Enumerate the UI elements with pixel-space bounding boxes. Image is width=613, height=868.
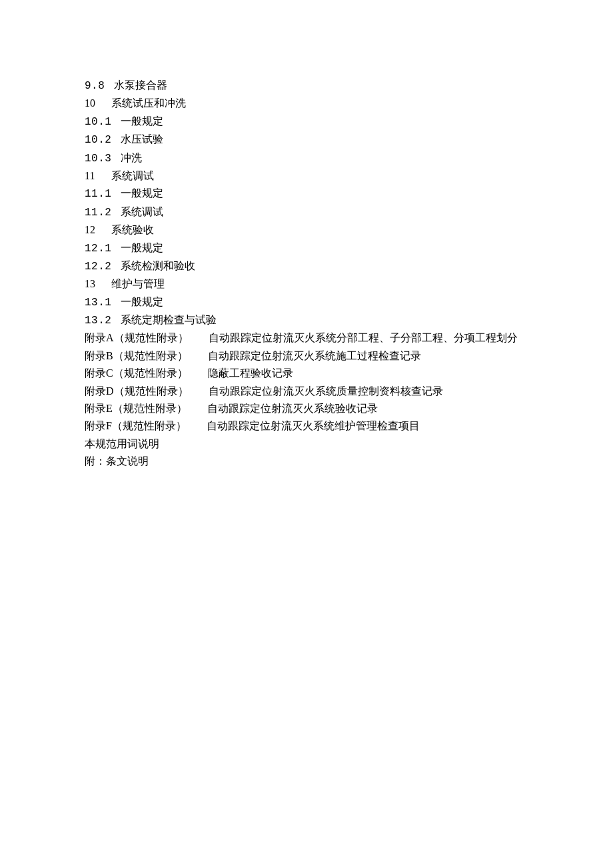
toc-title: 一般规定: [121, 242, 163, 253]
toc-title: 冲洗: [121, 152, 142, 163]
toc-entry-13-2: 13.2系统定期检查与试验: [85, 311, 613, 329]
toc-num: 13.2: [85, 312, 111, 329]
toc-entry-appendix-e: 附录E（规范性附录）自动跟踪定位射流灭火系统验收记录: [85, 400, 613, 417]
toc-title: 维护与管理: [111, 278, 165, 289]
appendix-hint: （规范性附录）: [113, 347, 188, 365]
appendix-title: 自动跟踪定位射流灭火系统验收记录: [207, 403, 378, 414]
toc-num: 10.3: [85, 150, 111, 167]
toc-num: 12: [85, 221, 103, 239]
toc-entry-appendix-c: 附录C（规范性附录）隐蔽工程验收记录: [85, 365, 613, 382]
toc-entry-appendix-a: 附录A（规范性附录）自动跟踪定位射流灭火系统分部工程、子分部工程、分项工程划分: [85, 329, 613, 347]
appendix-hint: （规范性附录）: [113, 365, 188, 382]
toc-entry-11-2: 11.2系统调试: [85, 203, 613, 221]
toc-entry-12-2: 12.2系统检测和验收: [85, 257, 613, 275]
toc-title: 系统检测和验收: [121, 260, 195, 271]
toc-entry-9-8: 9.8水泵接合器: [85, 77, 613, 95]
appendix-hint: （规范性附录）: [114, 329, 189, 347]
toc-num: 10.1: [85, 113, 111, 131]
toc-num: 10.2: [85, 131, 111, 149]
toc-entry-13: 13维护与管理: [85, 275, 613, 293]
toc-entry-12: 12系统验收: [85, 221, 613, 239]
toc-title: 水泵接合器: [114, 79, 167, 91]
appendix-title: 自动跟踪定位射流灭火系统施工过程检查记录: [208, 350, 421, 361]
appendix-title: 自动跟踪定位射流灭火系统分部工程、子分部工程、分项工程划分: [209, 332, 518, 343]
toc-entry-10: 10系统试压和冲洗: [85, 95, 613, 112]
toc-title: 水压试验: [121, 133, 163, 145]
appendix-hint: （规范性附录）: [112, 417, 187, 435]
toc-title: 一般规定: [121, 187, 163, 199]
toc-num: 9.8: [85, 77, 105, 95]
toc-entry-appendix-f: 附录F（规范性附录）自动跟踪定位射流灭火系统维护管理检查项目: [85, 417, 613, 435]
toc-title: 一般规定: [121, 115, 163, 127]
appendix-hint: （规范性附录）: [114, 383, 189, 400]
toc-title: 系统验收: [111, 224, 154, 235]
toc-entry-10-2: 10.2水压试验: [85, 131, 613, 149]
appendix-title: 隐蔽工程验收记录: [208, 367, 293, 379]
appendix-title: 自动跟踪定位射流灭火系统质量控制资料核查记录: [209, 385, 443, 397]
toc-num: 10: [85, 95, 103, 112]
toc-entry-explain: 本规范用词说明: [85, 435, 613, 453]
toc-entry-10-1: 10.1一般规定: [85, 113, 613, 131]
toc-title: 一般规定: [121, 296, 163, 307]
appendix-code: 附录F: [85, 417, 112, 435]
toc-title: 系统调试: [111, 170, 154, 181]
appendix-code: 附录E: [85, 400, 113, 417]
appendix-title: 自动跟踪定位射流灭火系统维护管理检查项目: [207, 420, 420, 431]
appendix-code: 附录D: [85, 383, 114, 400]
toc-num: 13.1: [85, 294, 111, 311]
toc-num: 11.1: [85, 185, 111, 203]
toc-entry-13-1: 13.1一般规定: [85, 293, 613, 311]
toc-title: 系统试压和冲洗: [111, 97, 186, 109]
toc-title: 系统调试: [121, 206, 163, 217]
toc-num: 11: [85, 167, 103, 185]
toc-title: 系统定期检查与试验: [121, 314, 217, 325]
toc-num: 12.2: [85, 258, 111, 275]
toc-entry-attach: 附：条文说明: [85, 453, 613, 470]
appendix-code: 附录A: [85, 329, 114, 347]
toc-entry-appendix-b: 附录B（规范性附录）自动跟踪定位射流灭火系统施工过程检查记录: [85, 347, 613, 365]
appendix-code: 附录B: [85, 347, 113, 365]
toc-num: 12.1: [85, 240, 111, 257]
appendix-code: 附录C: [85, 365, 113, 382]
toc-entry-appendix-d: 附录D（规范性附录）自动跟踪定位射流灭火系统质量控制资料核查记录: [85, 383, 613, 400]
toc-entry-11: 11系统调试: [85, 167, 613, 185]
appendix-hint: （规范性附录）: [113, 400, 187, 417]
toc-entry-10-3: 10.3冲洗: [85, 149, 613, 167]
toc-num: 13: [85, 275, 103, 293]
toc-entry-11-1: 11.1一般规定: [85, 185, 613, 203]
toc-num: 11.2: [85, 204, 111, 221]
toc-entry-12-1: 12.1一般规定: [85, 239, 613, 257]
